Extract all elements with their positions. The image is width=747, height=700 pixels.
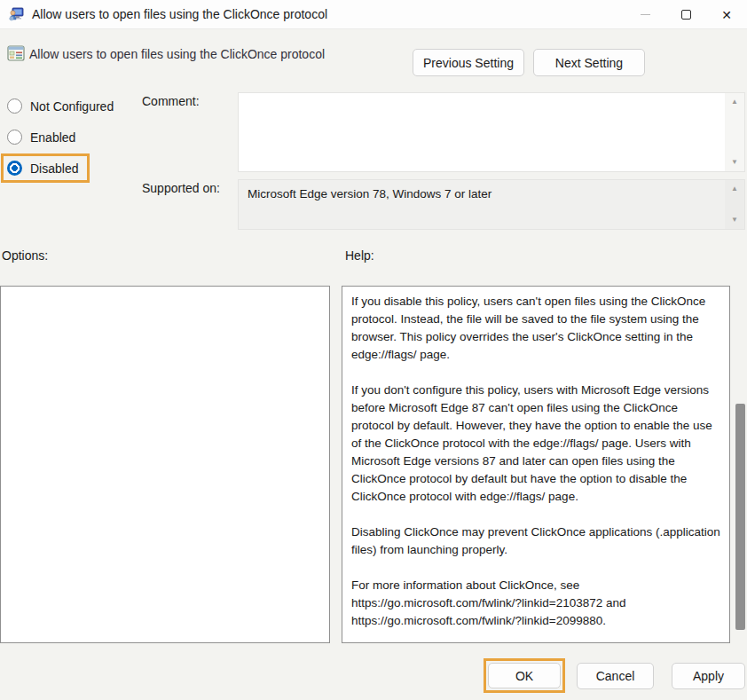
help-label: Help: [345,248,374,263]
radio-label: Enabled [30,130,75,145]
supported-on-value: Microsoft Edge version 78, Windows 7 or … [239,180,725,229]
radio-selected-icon [7,161,22,176]
help-paragraph: If you disable this policy, users can't … [351,293,720,364]
comment-input[interactable] [239,93,725,171]
options-label: Options: [2,248,48,263]
close-button[interactable]: ✕ [706,0,747,29]
policy-setting-icon [7,44,25,62]
maximize-icon [681,10,691,20]
close-icon: ✕ [721,9,732,21]
maximize-button[interactable] [665,0,706,29]
scroll-down-icon[interactable]: ▼ [731,159,738,166]
radio-label: Not Configured [30,99,114,114]
previous-setting-button[interactable]: Previous Setting [413,49,524,76]
radio-option-not-configured[interactable]: Not Configured [7,98,114,114]
help-paragraph: Disabling ClickOnce may prevent ClickOnc… [351,523,720,559]
help-text: If you disable this policy, users can't … [342,287,729,643]
radio-label: Disabled [30,161,78,176]
title-bar: Allow users to open files using the Clic… [0,0,747,29]
cancel-button[interactable]: Cancel [577,663,654,689]
options-panel [0,286,330,643]
ok-highlight-box: OK [484,658,565,693]
help-paragraph: If you don't configure this policy, user… [351,381,720,506]
scroll-up-icon[interactable]: ▲ [731,185,738,193]
window-title: Allow users to open files using the Clic… [32,7,327,21]
supported-on-box: Microsoft Edge version 78, Windows 7 or … [238,179,745,230]
radio-option-disabled[interactable]: Disabled [7,161,78,176]
comment-box: ▲ ▼ [238,92,745,172]
supported-on-scrollbar[interactable]: ▲ ▼ [725,180,744,229]
comment-scrollbar[interactable]: ▲ ▼ [725,93,744,171]
minimize-button[interactable] [625,0,665,29]
policy-title: Allow users to open files using the Clic… [29,47,325,61]
scroll-up-icon[interactable]: ▲ [731,98,738,106]
group-policy-app-icon [9,7,24,22]
radio-icon [7,130,22,145]
help-paragraph: For more information about ClickOnce, se… [351,577,720,630]
radio-option-enabled[interactable]: Enabled [7,130,75,145]
minimize-icon [641,14,650,15]
policy-dialog-window: Allow users to open files using the Clic… [0,0,747,700]
radio-icon [7,98,22,114]
window-scrollbar-thumb[interactable] [735,404,745,630]
ok-button[interactable]: OK [488,663,561,688]
help-panel: If you disable this policy, users can't … [342,286,730,643]
scroll-down-icon[interactable]: ▼ [731,216,738,224]
comment-label: Comment: [142,94,200,108]
apply-button[interactable]: Apply [672,663,745,689]
next-setting-button[interactable]: Next Setting [533,49,645,76]
supported-on-label: Supported on: [142,181,220,195]
